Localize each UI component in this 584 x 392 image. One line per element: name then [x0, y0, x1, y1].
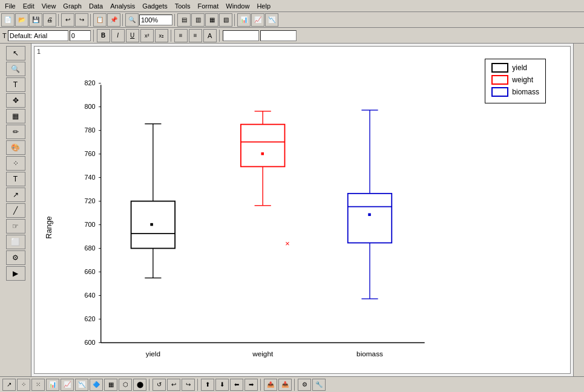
line-width-input[interactable] [223, 30, 259, 41]
text-tool[interactable]: T [6, 77, 25, 92]
underline-btn[interactable]: U [126, 29, 139, 42]
tool2[interactable]: ▥ [191, 13, 205, 27]
status-btn3[interactable]: ⁙ [31, 379, 45, 391]
status-btn15[interactable]: ⬇ [215, 379, 229, 391]
sidebar: ↖ 🔍 T ✥ ▦ ✏ 🎨 ⁘ T ↗ ╱ ☞ ⬜ ⚙ ▶ [0, 44, 31, 376]
graph-page[interactable]: 1 yield weight biomass Range [34, 46, 571, 374]
mask-tool[interactable]: ⬜ [6, 235, 25, 249]
toolbar1: 📄 📂 💾 🖨 ↩ ↪ 📋 📌 🔍 ▤ ▥ ▦ ▧ 📊 📈 📉 [0, 12, 584, 28]
status-btn5[interactable]: 📈 [61, 379, 74, 391]
label-tool[interactable]: T [6, 172, 25, 186]
x-label-yield: yield [146, 350, 160, 358]
tool4[interactable]: ▧ [219, 13, 232, 27]
menubar: File Edit View Graph Data Analysis Gadge… [0, 0, 584, 12]
bold-btn[interactable]: B [97, 29, 110, 42]
stat-sep3 [260, 379, 261, 391]
select-tool[interactable]: ↖ [6, 46, 25, 60]
graph2[interactable]: 📈 [251, 13, 264, 27]
sep3 [122, 14, 123, 26]
scatter-tool[interactable]: ⁘ [6, 156, 25, 171]
open-btn[interactable]: 📂 [15, 13, 28, 27]
menu-help[interactable]: Help [253, 1, 274, 11]
biomass-mean [368, 213, 371, 216]
menu-edit[interactable]: Edit [19, 1, 38, 11]
status-btn12[interactable]: ↩ [167, 379, 180, 391]
line-tool[interactable]: ╱ [6, 203, 25, 218]
menu-format[interactable]: Format [194, 1, 222, 11]
weight-mean [261, 152, 264, 155]
status-btn21[interactable]: 🔧 [312, 379, 326, 391]
hand-tool[interactable]: ☞ [6, 219, 25, 234]
menu-graph[interactable]: Graph [59, 1, 85, 11]
status-btn16[interactable]: ⬅ [230, 379, 243, 391]
zoom-input[interactable] [139, 15, 172, 25]
status-btn4[interactable]: 📊 [46, 379, 59, 391]
menu-data[interactable]: Data [85, 1, 107, 11]
svg-text:760: 760 [85, 150, 96, 157]
status-btn6[interactable]: 📉 [75, 379, 88, 391]
svg-text:740: 740 [85, 174, 96, 181]
svg-text:640: 640 [85, 292, 96, 299]
status-btn20[interactable]: ⚙ [298, 379, 311, 391]
menu-analysis[interactable]: Analysis [107, 1, 139, 11]
graph1[interactable]: 📊 [237, 13, 251, 27]
expand-tool[interactable]: ▶ [6, 266, 25, 281]
data-tool[interactable]: ▦ [6, 109, 25, 123]
zoom-tool[interactable]: 🔍 [6, 62, 25, 76]
save-btn[interactable]: 💾 [29, 13, 42, 27]
line-style-input[interactable] [260, 30, 297, 41]
status-btn1[interactable]: ↗ [2, 379, 16, 391]
status-btn17[interactable]: ➡ [244, 379, 258, 391]
status-btn14[interactable]: ⬆ [201, 379, 214, 391]
status-btn11[interactable]: ↺ [153, 379, 166, 391]
status-btn18[interactable]: 📤 [264, 379, 277, 391]
yield-mean [150, 223, 153, 226]
extra-tool[interactable]: ⚙ [6, 250, 25, 265]
new-btn[interactable]: 📄 [1, 13, 15, 27]
color-tool[interactable]: 🎨 [6, 140, 25, 155]
subscript-btn[interactable]: x₂ [155, 29, 168, 42]
menu-window[interactable]: Window [222, 1, 253, 11]
status-btn10[interactable]: ⬤ [133, 379, 146, 391]
font-color-btn[interactable]: A [203, 29, 217, 42]
chart-svg: Range 600 620 640 660 680 [41, 65, 452, 376]
arrow-tool[interactable]: ↗ [6, 188, 25, 202]
status-btn9[interactable]: ⬡ [119, 379, 132, 391]
menu-file[interactable]: File [1, 1, 19, 11]
status-btn2[interactable]: ⁘ [17, 379, 30, 391]
page-number: 1 [37, 48, 41, 55]
status-btn19[interactable]: 📥 [278, 379, 292, 391]
graph3[interactable]: 📉 [265, 13, 278, 27]
toolbar2: T B I U x² x₂ ≡ ≡ A [0, 28, 584, 44]
paste-btn[interactable]: 📌 [107, 13, 120, 27]
superscript-btn[interactable]: x² [140, 29, 154, 42]
sep2 [90, 14, 91, 26]
redo-btn[interactable]: ↪ [75, 13, 88, 27]
move-tool[interactable]: ✥ [6, 93, 25, 108]
status-btn8[interactable]: ▦ [104, 379, 117, 391]
print-btn[interactable]: 🖨 [43, 13, 56, 27]
menu-tools[interactable]: Tools [171, 1, 194, 11]
align-left-btn[interactable]: ≡ [174, 29, 188, 42]
tool1[interactable]: ▤ [177, 13, 191, 27]
statusbar: ↗ ⁘ ⁙ 📊 📈 📉 🔷 ▦ ⬡ ⬤ ↺ ↩ ↪ ⬆ ⬇ ⬅ ➡ 📤 📥 ⚙ … [0, 376, 584, 392]
x-label-biomass: biomass [356, 350, 383, 358]
legend-box-yield [491, 63, 508, 73]
menu-view[interactable]: View [38, 1, 60, 11]
stat-sep2 [197, 379, 198, 391]
y-axis-label: Range [45, 216, 53, 238]
tool3[interactable]: ▦ [205, 13, 218, 27]
font-family-input[interactable] [8, 30, 68, 41]
legend-label-biomass: biomass [512, 88, 539, 96]
zoom-in-btn[interactable]: 🔍 [125, 13, 139, 27]
status-btn13[interactable]: ↪ [182, 379, 195, 391]
align-center-btn[interactable]: ≡ [189, 29, 202, 42]
undo-btn[interactable]: ↩ [61, 13, 74, 27]
copy-btn[interactable]: 📋 [93, 13, 107, 27]
font-label: T [2, 32, 7, 39]
font-size-input[interactable] [70, 30, 91, 41]
menu-gadgets[interactable]: Gadgets [139, 1, 171, 11]
italic-btn[interactable]: I [111, 29, 125, 42]
status-btn7[interactable]: 🔷 [90, 379, 103, 391]
draw-tool[interactable]: ✏ [6, 125, 25, 139]
